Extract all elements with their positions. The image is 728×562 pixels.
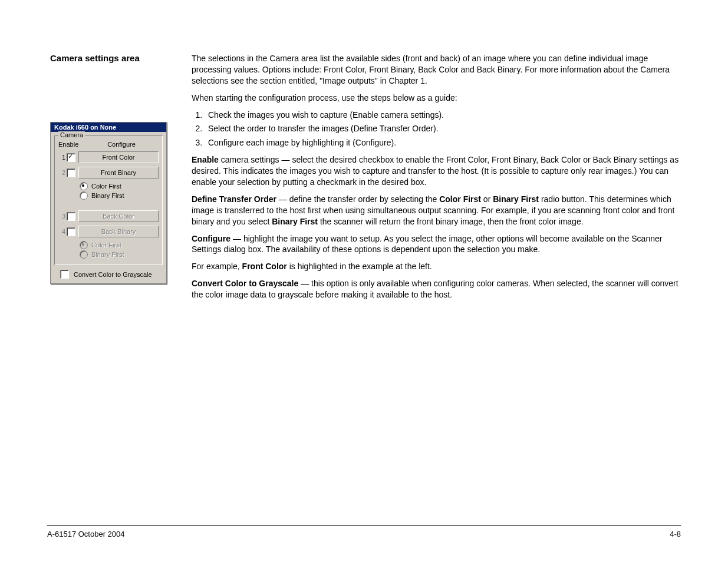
camera-row-1: 1 Front Color	[58, 151, 159, 163]
step-2: Select the order to transfer the images …	[205, 123, 681, 134]
bold-text: Color First	[439, 194, 481, 204]
front-color-button[interactable]: Front Color	[78, 151, 159, 163]
text: For example,	[192, 262, 242, 271]
step-1: Check the images you wish to capture (En…	[205, 110, 681, 121]
radio-label: Color First	[91, 183, 121, 190]
bold-text: Convert Color to Grayscale	[192, 279, 298, 288]
dash-icon: —	[282, 154, 290, 166]
dialog-title: Kodak i660 on None	[51, 123, 166, 132]
text: is highlighted in the example at the lef…	[287, 262, 432, 271]
body-text: The selections in the Camera area list t…	[192, 53, 681, 306]
bold-text: Configure	[192, 234, 230, 243]
dash-icon: —	[279, 194, 287, 205]
page-footer: A-61517 October 2004 4-8	[47, 525, 681, 538]
enable-checkbox-4[interactable]	[65, 227, 76, 236]
section-heading: Camera settings area	[50, 53, 174, 63]
enable-checkbox-3[interactable]	[65, 212, 76, 221]
enable-checkbox-2[interactable]	[65, 168, 76, 177]
row-number: 4	[58, 228, 65, 235]
row-number: 3	[58, 213, 65, 220]
footer-right: 4-8	[670, 530, 681, 538]
radio-color-first-back: Color First	[80, 241, 159, 249]
dto-paragraph: Define Transfer Order — define the trans…	[192, 194, 681, 227]
text: highlight the image you want to setup. A…	[192, 234, 662, 254]
example-paragraph: For example, Front Color is highlighted …	[192, 261, 681, 272]
steps-list: Check the images you wish to capture (En…	[192, 110, 681, 149]
row-number: 1	[58, 154, 65, 161]
front-order-radios: Color First Binary First	[80, 182, 159, 200]
front-binary-button[interactable]: Front Binary	[78, 167, 159, 178]
configure-paragraph: Configure — highlight the image you want…	[192, 233, 681, 256]
text: the scanner will return the front binary…	[318, 217, 584, 226]
bold-text: Binary First	[272, 217, 318, 226]
text: camera settings	[219, 155, 282, 164]
bold-text: Front Color	[242, 262, 287, 271]
header-enable: Enable	[58, 141, 84, 148]
enable-paragraph: Enable camera settings — select the desi…	[192, 154, 681, 188]
text: or	[481, 194, 493, 204]
back-binary-button[interactable]: Back Binary	[78, 226, 159, 237]
camera-fieldset: Camera Enable Configure 1 Front Color 2 …	[54, 135, 163, 265]
back-order-radios: Color First Binary First	[80, 241, 159, 259]
fieldset-legend: Camera	[58, 131, 85, 138]
header-configure: Configure	[84, 141, 159, 148]
dash-icon: —	[301, 278, 309, 289]
intro-paragraph: The selections in the Camera area list t…	[192, 53, 681, 87]
enable-checkbox-1[interactable]	[65, 153, 76, 162]
bold-text: Binary First	[493, 194, 539, 204]
radio-label: Binary First	[91, 251, 124, 258]
radio-binary-first-back: Binary First	[80, 250, 159, 259]
radio-label: Color First	[91, 242, 121, 249]
grayscale-label: Convert Color to Grayscale	[74, 271, 152, 278]
camera-row-3: 3 Back Color	[58, 210, 159, 222]
guide-intro: When starting the configuration process,…	[192, 92, 681, 104]
bold-text: Define Transfer Order	[192, 194, 276, 204]
back-color-button[interactable]: Back Color	[78, 210, 159, 222]
camera-row-2: 2 Front Binary	[58, 167, 159, 178]
footer-left: A-61517 October 2004	[47, 530, 125, 538]
text: define the transfer order by selecting t…	[287, 194, 439, 204]
camera-row-4: 4 Back Binary	[58, 226, 159, 237]
row-number: 2	[58, 169, 65, 176]
header-row: Enable Configure	[58, 141, 159, 148]
grayscale-checkbox[interactable]	[60, 270, 69, 279]
radio-label: Binary First	[91, 192, 124, 199]
grayscale-row: Convert Color to Grayscale	[51, 267, 166, 283]
step-3: Configure each image by highlighting it …	[205, 137, 681, 148]
radio-color-first-front[interactable]: Color First	[80, 182, 159, 190]
radio-binary-first-front[interactable]: Binary First	[80, 191, 159, 200]
bold-text: Enable	[192, 155, 219, 164]
camera-dialog: Kodak i660 on None Camera Enable Configu…	[50, 122, 167, 284]
dash-icon: —	[233, 233, 241, 244]
grayscale-paragraph: Convert Color to Grayscale — this option…	[192, 278, 681, 300]
